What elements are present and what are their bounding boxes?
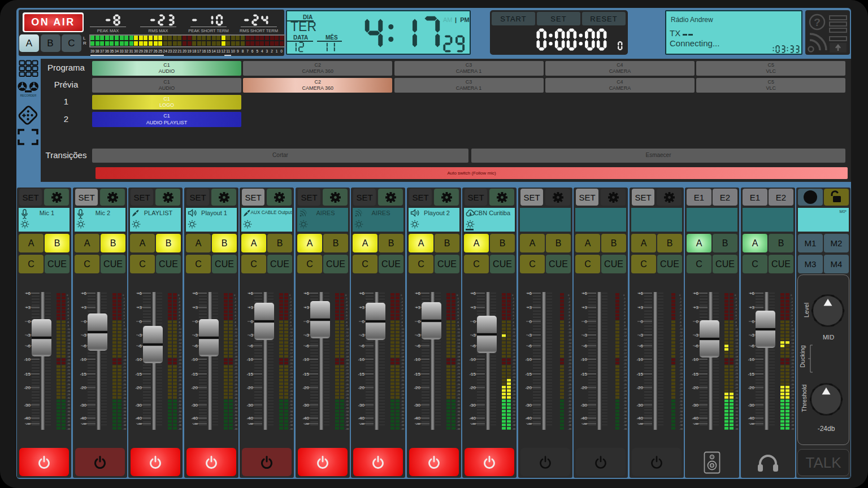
svg-text:-12: -12: [67, 334, 71, 337]
svg-text:-8: -8: [568, 321, 570, 324]
svg-text:+3: +3: [81, 305, 87, 310]
svg-text:-25: -25: [123, 379, 127, 382]
svg-text:-14: -14: [234, 342, 238, 345]
svg-text:-24: -24: [457, 376, 461, 378]
svg-text:0: 0: [791, 294, 792, 297]
svg-text:-29: -29: [178, 393, 182, 396]
svg-text:-10: -10: [791, 328, 795, 330]
svg-text:-22: -22: [345, 369, 349, 372]
svg-text:-13: -13: [67, 338, 71, 341]
svg-text:-29: -29: [568, 393, 572, 396]
svg-text:0: 0: [568, 294, 570, 297]
svg-text:-38: -38: [679, 424, 683, 426]
svg-text:-30: -30: [289, 396, 293, 399]
svg-text:-30: -30: [401, 396, 405, 399]
svg-text:-17: -17: [67, 352, 71, 355]
svg-text:-27: -27: [234, 386, 238, 389]
svg-text:-38: -38: [401, 424, 405, 426]
svg-text:0: 0: [512, 294, 514, 297]
svg-text:0: 0: [362, 319, 365, 324]
svg-text:-21: -21: [401, 365, 405, 368]
svg-text:-6: -6: [457, 314, 459, 317]
svg-text:-13: -13: [568, 338, 572, 341]
svg-text:-39: -39: [289, 428, 293, 430]
svg-text:-37: -37: [234, 420, 238, 423]
svg-text:-∞: -∞: [82, 421, 87, 426]
svg-text:-3: -3: [305, 333, 310, 338]
svg-text:-22: -22: [735, 369, 739, 372]
svg-text:-30: -30: [623, 396, 627, 399]
svg-text:-26: -26: [512, 383, 516, 386]
svg-text:-3: -3: [83, 333, 87, 338]
svg-text:-22: -22: [512, 369, 516, 372]
svg-text:-22: -22: [67, 369, 71, 372]
svg-text:+6: +6: [582, 291, 588, 296]
svg-text:-40: -40: [302, 416, 309, 421]
svg-text:-10: -10: [246, 357, 253, 362]
svg-text:-3: -3: [623, 304, 626, 307]
svg-text:-19: -19: [178, 359, 182, 361]
svg-text:-26: -26: [289, 383, 293, 386]
svg-text:-38: -38: [345, 424, 349, 426]
svg-text:-10: -10: [289, 328, 293, 330]
svg-text:-8: -8: [345, 321, 348, 324]
svg-text:-10: -10: [512, 328, 516, 330]
svg-text:-27: -27: [512, 386, 516, 389]
svg-text:-11: -11: [457, 331, 461, 334]
svg-text:-15: -15: [623, 345, 627, 348]
svg-text:-16: -16: [735, 348, 739, 351]
svg-text:-6: -6: [138, 343, 142, 348]
svg-text:-24: -24: [123, 376, 127, 378]
svg-text:0: 0: [289, 294, 291, 297]
svg-text:-39: -39: [401, 428, 405, 430]
svg-text:-15: -15: [345, 345, 349, 348]
svg-text:+6: +6: [693, 291, 699, 296]
svg-text:0: 0: [401, 294, 402, 297]
svg-text:-15: -15: [191, 372, 198, 377]
svg-text:-24: -24: [67, 376, 71, 378]
svg-text:-20: -20: [748, 385, 754, 390]
svg-text:-36: -36: [568, 417, 572, 420]
svg-text:-2: -2: [67, 300, 69, 303]
svg-text:-31: -31: [123, 400, 127, 403]
svg-text:-13: -13: [401, 338, 405, 341]
svg-text:-12: -12: [345, 334, 349, 337]
svg-text:-10: -10: [80, 357, 86, 362]
svg-text:-3: -3: [401, 304, 403, 307]
svg-text:-25: -25: [401, 379, 405, 382]
svg-text:-34: -34: [289, 410, 293, 413]
svg-text:-40: -40: [80, 416, 86, 421]
svg-text:-34: -34: [791, 410, 795, 413]
svg-text:-∞: -∞: [193, 421, 198, 426]
svg-text:-36: -36: [345, 417, 349, 420]
svg-text:-11: -11: [512, 331, 516, 334]
svg-text:-34: -34: [401, 410, 405, 413]
svg-text:-28: -28: [289, 390, 293, 393]
svg-text:+6: +6: [359, 291, 365, 296]
svg-text:-26: -26: [67, 383, 71, 386]
svg-text:-35: -35: [401, 413, 405, 416]
svg-text:-34: -34: [345, 410, 349, 413]
svg-text:-18: -18: [178, 355, 182, 358]
svg-text:-19: -19: [401, 359, 405, 361]
svg-text:-31: -31: [234, 400, 238, 403]
svg-text:-34: -34: [679, 410, 683, 413]
svg-text:-16: -16: [123, 348, 127, 351]
svg-text:-13: -13: [123, 338, 127, 341]
svg-text:-9: -9: [178, 324, 180, 327]
svg-text:-1: -1: [178, 297, 180, 300]
svg-text:-24: -24: [289, 376, 293, 378]
svg-text:-32: -32: [67, 403, 71, 406]
svg-text:-30: -30: [80, 403, 86, 408]
svg-text:-21: -21: [791, 365, 795, 368]
svg-text:-7: -7: [735, 317, 737, 320]
svg-text:-15: -15: [289, 345, 293, 348]
svg-text:-17: -17: [234, 352, 238, 355]
svg-text:-31: -31: [791, 400, 795, 403]
svg-text:-15: -15: [469, 372, 476, 377]
svg-text:-17: -17: [178, 352, 182, 355]
svg-text:+3: +3: [749, 305, 755, 310]
svg-text:-28: -28: [623, 390, 627, 393]
svg-text:-3: -3: [568, 304, 570, 307]
svg-text:-38: -38: [67, 424, 71, 426]
